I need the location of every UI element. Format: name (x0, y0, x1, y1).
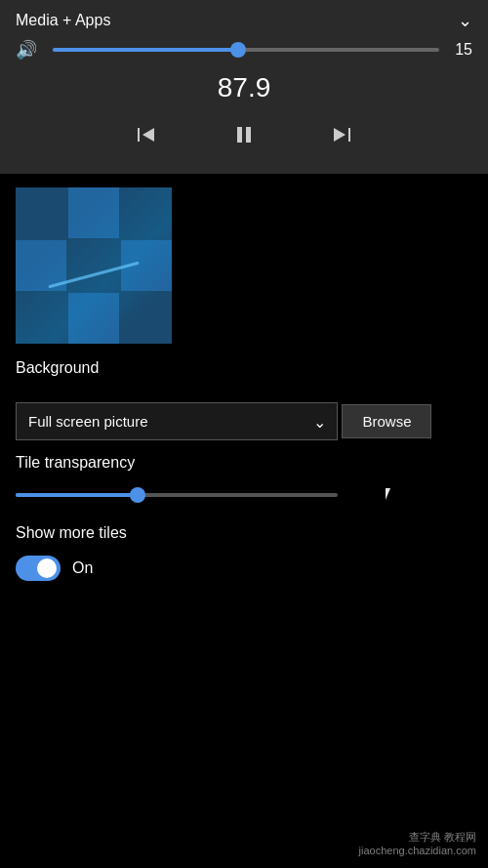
background-thumbnail (16, 187, 172, 344)
volume-icon: 🔊 (16, 39, 43, 61)
svg-marker-1 (142, 128, 154, 142)
tile-transparency-section: Tile transparency (0, 444, 488, 505)
transparency-slider-wrap (16, 485, 472, 505)
media-title: Media + Apps (16, 12, 110, 29)
show-more-tiles-label: Show more tiles (16, 524, 472, 542)
settings-section: Background Full screen picture Slideshow… (0, 187, 488, 581)
watermark: 查字典 教程网 jiaocheng.chazidian.com (359, 830, 476, 856)
pause-button[interactable] (224, 115, 264, 154)
transparency-slider[interactable] (16, 493, 338, 497)
show-more-tiles-toggle[interactable] (16, 556, 61, 581)
playback-controls (16, 115, 472, 160)
volume-thumb[interactable] (230, 42, 246, 58)
next-button[interactable] (322, 115, 361, 154)
transparency-fill (16, 493, 138, 497)
thumbnail-grid (16, 187, 172, 344)
background-label: Background (16, 359, 472, 377)
background-setting: Background Full screen picture Slideshow… (0, 344, 488, 444)
svg-rect-2 (237, 127, 242, 143)
media-section: Media + Apps ⌄ 🔊 15 87.9 (0, 0, 488, 174)
transparency-thumb[interactable] (130, 487, 145, 503)
frequency-display: 87.9 (16, 72, 472, 103)
watermark-site: 查字典 教程网 (359, 830, 476, 845)
media-header: Media + Apps ⌄ (16, 10, 472, 31)
show-more-tiles-section: Show more tiles On (0, 505, 488, 581)
toggle-row: On (16, 556, 472, 581)
volume-row: 🔊 15 (16, 39, 472, 61)
svg-marker-5 (334, 128, 346, 142)
watermark-url: jiaocheng.chazidian.com (359, 845, 476, 856)
toggle-knob (37, 558, 57, 578)
background-dropdown-container: Full screen picture Slideshow Color ⌄ (16, 402, 338, 440)
toggle-state-label: On (72, 559, 93, 577)
background-dropdown[interactable]: Full screen picture Slideshow Color (16, 402, 338, 440)
media-collapse-icon[interactable]: ⌄ (458, 10, 472, 31)
svg-rect-3 (246, 127, 251, 143)
volume-fill (53, 48, 238, 52)
volume-slider[interactable] (53, 48, 439, 52)
transparency-label: Tile transparency (16, 454, 472, 472)
prev-button[interactable] (127, 115, 166, 154)
volume-value: 15 (449, 41, 472, 59)
browse-button[interactable]: Browse (342, 404, 431, 438)
